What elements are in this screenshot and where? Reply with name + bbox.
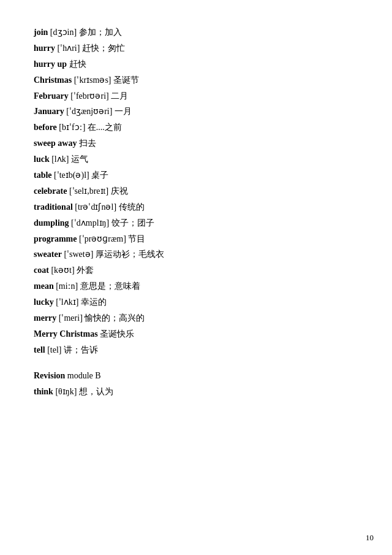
pron-luck: [lʌk] bbox=[50, 155, 69, 164]
entry-merry-christmas: Merry Christmas 圣诞快乐 bbox=[34, 326, 358, 342]
entry-celebrate: celebrate [ˈselɪ,breɪt] 庆祝 bbox=[34, 183, 358, 199]
pron-coat: [kəʊt] bbox=[49, 266, 75, 275]
entry-tell: tell [tel] 讲；告诉 bbox=[34, 342, 358, 358]
trans-luck: 运气 bbox=[69, 155, 88, 164]
pron-merry: [ˈmeri] bbox=[56, 313, 82, 323]
entry-sweater: sweater [ˈswetə] 厚运动衫；毛线衣 bbox=[34, 247, 358, 262]
entry-january: January [ˈdʒænjʊəri] 一月 bbox=[34, 104, 358, 120]
entry-dumpling: dumpling [ˈdʌmplɪŋ] 饺子；团子 bbox=[34, 215, 358, 231]
word-programme: programme bbox=[34, 234, 77, 243]
word-join: join bbox=[34, 28, 48, 37]
word-think: think bbox=[34, 387, 53, 396]
trans-tell: 讲；告诉 bbox=[61, 345, 98, 354]
pron-mean: [miːn] bbox=[54, 281, 78, 291]
revision-section: Revision module B think [θɪŋk] 想，认为 bbox=[34, 368, 358, 400]
trans-january: 一月 bbox=[112, 107, 132, 116]
word-coat: coat bbox=[34, 266, 49, 275]
word-luck: luck bbox=[34, 155, 50, 164]
pron-tell: [tel] bbox=[45, 345, 62, 354]
pron-traditional: [trəˈdɪʃnəl] bbox=[73, 202, 116, 212]
entry-christmas: Christmas [ˈkrɪsməs] 圣诞节 bbox=[34, 72, 358, 88]
pron-january: [ˈdʒænjʊəri] bbox=[64, 107, 113, 116]
pron-join: [dʒɔin] bbox=[48, 28, 77, 37]
word-merry: merry bbox=[34, 313, 56, 323]
entry-february: February [ˈfebrʊəri] 二月 bbox=[34, 88, 358, 104]
word-lucky: lucky bbox=[34, 297, 54, 307]
trans-sweep-away: 扫去 bbox=[77, 139, 96, 148]
word-christmas: Christmas bbox=[34, 75, 72, 85]
trans-hurry: 赶快；匆忙 bbox=[80, 44, 125, 53]
pron-hurry: [ˈhʌri] bbox=[55, 44, 80, 53]
page-content: join [dʒɔin] 参加；加入 hurry [ˈhʌri] 赶快；匆忙 h… bbox=[0, 0, 392, 424]
pron-celebrate: [ˈselɪ,breɪt] bbox=[67, 186, 108, 196]
trans-coat: 外套 bbox=[75, 266, 94, 275]
pron-lucky: [ˈlʌkɪ] bbox=[54, 297, 79, 307]
trans-christmas: 圣诞节 bbox=[111, 75, 140, 85]
entry-coat: coat [kəʊt] 外套 bbox=[34, 262, 358, 278]
trans-merry: 愉快的；高兴的 bbox=[83, 313, 145, 323]
pron-february: [ˈfebrʊəri] bbox=[69, 91, 109, 101]
word-celebrate: celebrate bbox=[34, 186, 67, 196]
trans-merry-christmas: 圣诞快乐 bbox=[98, 329, 135, 339]
word-hurry-up: hurry up bbox=[34, 59, 67, 69]
word-before: before bbox=[34, 123, 57, 132]
word-sweep-away: sweep away bbox=[34, 139, 77, 148]
pron-dumpling: [ˈdʌmplɪŋ] bbox=[69, 218, 110, 228]
trans-dumpling: 饺子；团子 bbox=[109, 218, 154, 228]
word-dumpling: dumpling bbox=[34, 218, 69, 228]
trans-traditional: 传统的 bbox=[116, 202, 145, 212]
trans-table: 桌子 bbox=[89, 170, 109, 180]
trans-february: 二月 bbox=[109, 91, 129, 101]
entry-table: table [ˈteɪb(ə)l] 桌子 bbox=[34, 167, 358, 183]
trans-lucky: 幸运的 bbox=[78, 297, 107, 307]
entry-hurry: hurry [ˈhʌri] 赶快；匆忙 bbox=[34, 40, 358, 56]
revision-label: Revision bbox=[34, 371, 65, 380]
entry-programme: programme [ˈprəʊɡræm] 节目 bbox=[34, 231, 358, 247]
word-january: January bbox=[34, 107, 64, 116]
revision-header: Revision module B bbox=[34, 368, 358, 384]
entry-before: before [bɪˈfɔː] 在....之前 bbox=[34, 120, 358, 136]
pron-christmas: [ˈkrɪsməs] bbox=[72, 75, 111, 85]
entry-mean: mean [miːn] 意思是；意味着 bbox=[34, 278, 358, 294]
trans-celebrate: 庆祝 bbox=[108, 186, 128, 196]
trans-mean: 意思是；意味着 bbox=[78, 281, 140, 291]
entry-merry: merry [ˈmeri] 愉快的；高兴的 bbox=[34, 310, 358, 326]
word-mean: mean bbox=[34, 281, 54, 291]
trans-hurry-up: 赶快 bbox=[67, 59, 86, 69]
entry-traditional: traditional [trəˈdɪʃnəl] 传统的 bbox=[34, 199, 358, 215]
revision-module: module B bbox=[65, 371, 100, 380]
pron-sweater: [ˈswetə] bbox=[62, 250, 94, 259]
word-tell: tell bbox=[34, 345, 45, 354]
pron-think: [θɪŋk] bbox=[53, 387, 77, 396]
trans-think: 想，认为 bbox=[77, 387, 113, 396]
trans-before: 在....之前 bbox=[85, 123, 122, 132]
word-table: table bbox=[34, 170, 52, 180]
entry-sweep-away: sweep away 扫去 bbox=[34, 136, 358, 151]
entry-luck: luck [lʌk] 运气 bbox=[34, 151, 358, 167]
entry-hurry-up: hurry up 赶快 bbox=[34, 56, 358, 72]
entry-lucky: lucky [ˈlʌkɪ] 幸运的 bbox=[34, 294, 358, 310]
word-sweater: sweater bbox=[34, 250, 62, 259]
word-february: February bbox=[34, 91, 69, 101]
word-traditional: traditional bbox=[34, 202, 73, 212]
entry-think: think [θɪŋk] 想，认为 bbox=[34, 384, 358, 400]
entry-join: join [dʒɔin] 参加；加入 bbox=[34, 25, 358, 40]
word-hurry: hurry bbox=[34, 44, 55, 53]
trans-join: 参加；加入 bbox=[77, 28, 122, 37]
page-number: 10 bbox=[366, 533, 374, 543]
pron-programme: [ˈprəʊɡræm] bbox=[77, 234, 126, 243]
word-merry-christmas: Merry Christmas bbox=[34, 329, 98, 339]
pron-table: [ˈteɪb(ə)l] bbox=[52, 170, 89, 180]
trans-sweater: 厚运动衫；毛线衣 bbox=[93, 250, 164, 259]
trans-programme: 节目 bbox=[126, 234, 146, 243]
pron-before: [bɪˈfɔː] bbox=[57, 123, 86, 132]
